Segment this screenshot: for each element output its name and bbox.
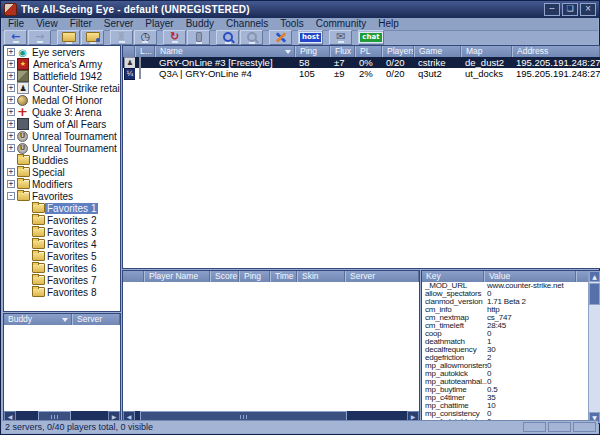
tree-expand-toggle[interactable]: +	[7, 180, 15, 188]
tree-expand-toggle[interactable]: +	[7, 48, 15, 56]
column-header-blank[interactable]	[123, 271, 144, 282]
tree-item-buddies[interactable]: Buddies	[4, 154, 120, 166]
tree-expand-toggle[interactable]: +	[7, 72, 15, 80]
scroll-up-icon[interactable]: ▲	[589, 271, 600, 282]
rule-row[interactable]: clanmod_version 1.71 Beta 2	[422, 298, 589, 306]
find-button[interactable]	[240, 30, 263, 45]
column-header-game[interactable]: Game	[414, 46, 461, 57]
back-button[interactable]	[4, 30, 27, 45]
rule-row[interactable]: edgefriction 2	[422, 354, 589, 362]
server-row[interactable]: GRY-OnLine #3 [Freestyle] 58 ±7 0% 0/20 …	[123, 57, 600, 68]
tree-item-ut2003[interactable]: + Unreal Tournament 2003	[4, 130, 120, 142]
forward-button[interactable]	[28, 30, 51, 45]
tree-expand-toggle[interactable]: +	[7, 132, 15, 140]
tree-item-favorites-3[interactable]: Favorites 3	[4, 226, 120, 238]
rule-row[interactable]: decalfrequency 30	[422, 346, 589, 354]
tree-expand-toggle[interactable]: +	[7, 96, 15, 104]
traffic-light-button[interactable]	[187, 30, 210, 45]
column-header-score[interactable]: Score	[210, 271, 239, 282]
column-header-server[interactable]: Server	[72, 314, 120, 325]
menu-item[interactable]: View	[30, 18, 64, 30]
rule-row[interactable]: cm_info http	[422, 306, 589, 314]
chat-button[interactable]: chat	[358, 30, 383, 45]
tree-expand-toggle[interactable]: -	[7, 192, 15, 200]
column-header-players[interactable]: Players	[382, 46, 414, 57]
column-header-buddy[interactable]: Buddy	[4, 314, 72, 325]
zoom-in-button[interactable]	[216, 30, 239, 45]
mail-button[interactable]	[329, 30, 352, 45]
menu-item[interactable]: Community	[310, 18, 373, 30]
server-row[interactable]: Q3A | GRY-OnLine #4 105 ±9 2% 0/20 q3ut2…	[123, 68, 600, 79]
column-header-player-name[interactable]: Player Name	[144, 271, 210, 282]
menu-item[interactable]: File	[2, 18, 30, 30]
tree-item-americas-army[interactable]: + America's Army	[4, 58, 120, 70]
tree-item-favorites-2[interactable]: Favorites 2	[4, 214, 120, 226]
column-header-address[interactable]: Address	[512, 46, 600, 57]
tree-item-ut2003-new[interactable]: + Unreal Tournament 2003 new	[4, 142, 120, 154]
tree-item-favorites-7[interactable]: Favorites 7	[4, 274, 120, 286]
tree-item-favorites-4[interactable]: Favorites 4	[4, 238, 120, 250]
server-folders-button[interactable]	[57, 30, 80, 45]
rule-row[interactable]: coop 0	[422, 330, 589, 338]
menu-item[interactable]: Filter	[64, 18, 98, 30]
tree-item-modifiers[interactable]: + Modifiers	[4, 178, 120, 190]
rule-row[interactable]: mp_c4timer 35	[422, 394, 589, 402]
rule-row[interactable]: cm_timeleft 28:45	[422, 322, 589, 330]
column-header-ping[interactable]: Ping	[295, 46, 330, 57]
rule-row[interactable]: deathmatch 1	[422, 338, 589, 346]
refresh-button[interactable]	[163, 30, 186, 45]
tree-item-favorites-6[interactable]: Favorites 6	[4, 262, 120, 274]
rule-row[interactable]: mp_allowmonsters 0	[422, 362, 589, 370]
host-button[interactable]: host	[298, 30, 323, 45]
column-header-value[interactable]: Value	[484, 271, 576, 282]
tree-item-favorites-1[interactable]: Favorites 1	[4, 202, 120, 214]
rule-row[interactable]: mp_autoteambal... 0	[422, 378, 589, 386]
tree-item-favorites-5[interactable]: Favorites 5	[4, 250, 120, 262]
rule-row[interactable]: cm_nextmap cs_747	[422, 314, 589, 322]
rule-row[interactable]: mp_chattime 10	[422, 402, 589, 410]
column-header-ping[interactable]: Ping	[239, 271, 270, 282]
tree-expand-toggle[interactable]: +	[7, 144, 15, 152]
tree-item-quake-3-arena[interactable]: + Quake 3: Arena	[4, 106, 120, 118]
restore-button[interactable]: ❏	[562, 3, 578, 16]
tree-item-favorites-8[interactable]: Favorites 8	[4, 286, 120, 298]
tree-item-favorites[interactable]: - Favorites	[4, 190, 120, 202]
close-button[interactable]: ×	[580, 3, 596, 16]
column-header-key[interactable]: Key	[422, 271, 484, 282]
menu-item[interactable]: Help	[372, 18, 405, 30]
rules-vertical-scrollbar[interactable]: ▲ ▼	[588, 271, 600, 423]
eye-master-button[interactable]	[110, 30, 133, 45]
column-header-flux[interactable]: Flux	[330, 46, 355, 57]
menu-item[interactable]: Channels	[220, 18, 274, 30]
menu-item[interactable]: Server	[98, 18, 139, 30]
tree-item-battlefield-1942[interactable]: + Battlefield 1942	[4, 70, 120, 82]
column-header-map[interactable]: Map	[461, 46, 512, 57]
tree-item-counter-strike-retail[interactable]: + Counter-Strike retail	[4, 82, 120, 94]
column-header-name[interactable]: Name	[155, 46, 295, 57]
buddy-folders-button[interactable]	[81, 30, 104, 45]
ping-timer-button[interactable]	[134, 30, 157, 45]
tree-expand-toggle[interactable]: +	[7, 84, 15, 92]
rule-row[interactable]: mp_buytime 0.5	[422, 386, 589, 394]
rule-row[interactable]: mp_consistency 0	[422, 410, 589, 418]
column-header-server[interactable]: Server	[345, 271, 419, 282]
tree-item-sum-of-all-fears[interactable]: + Sum of All Fears	[4, 118, 120, 130]
tree-expand-toggle[interactable]: +	[7, 120, 15, 128]
column-header-pl[interactable]: PL	[355, 46, 382, 57]
tree-expand-toggle[interactable]: +	[7, 108, 15, 116]
menu-item[interactable]: Player	[139, 18, 179, 30]
scrollbar-thumb[interactable]	[589, 283, 600, 305]
minimize-button[interactable]: ─	[544, 3, 560, 16]
menu-item[interactable]: Buddy	[180, 18, 220, 30]
tree-item-special[interactable]: + Special	[4, 166, 120, 178]
column-header-skin[interactable]: Skin	[297, 271, 345, 282]
column-header-location[interactable]: L...	[135, 46, 155, 57]
column-header-blank[interactable]	[123, 46, 135, 57]
tools-button[interactable]	[269, 30, 292, 45]
menu-item[interactable]: Tools	[274, 18, 309, 30]
column-header-time[interactable]: Time	[270, 271, 297, 282]
tree-expand-toggle[interactable]: +	[7, 60, 15, 68]
tree-item-eye-servers[interactable]: + Eye servers	[4, 46, 120, 58]
rule-row[interactable]: allow_spectators 0	[422, 290, 589, 298]
tree-expand-toggle[interactable]: +	[7, 168, 15, 176]
